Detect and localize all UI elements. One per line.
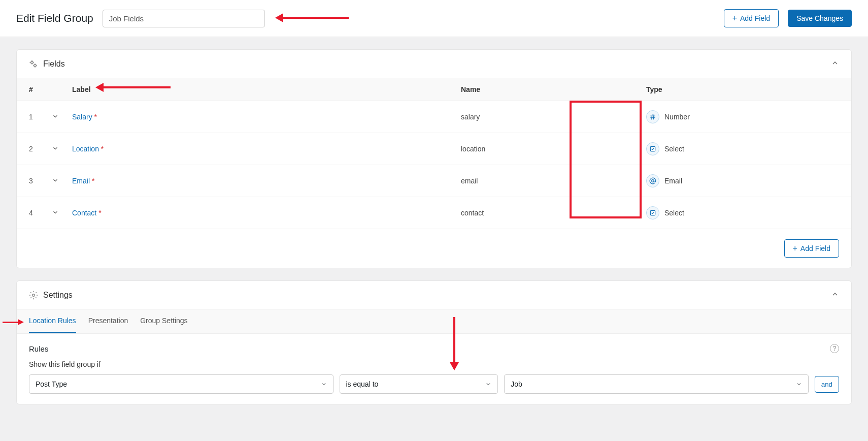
tab-presentation[interactable]: Presentation [88,309,128,333]
add-field-button-bottom[interactable]: + Add Field [784,239,840,258]
field-type-label: Number [664,113,690,121]
add-field-label: Add Field [740,14,770,22]
chevron-up-icon [831,290,839,298]
rule-value-text: Job [511,380,522,388]
field-label-link[interactable]: Email [72,177,90,185]
field-row-number: 1 [29,113,52,121]
col-number-header: # [29,85,52,93]
fields-panel-footer: + Add Field [17,229,851,268]
chevron-up-icon [831,59,839,67]
field-name-cell: email [461,177,646,185]
field-name-cell: contact [461,209,646,217]
field-row-number: 2 [29,145,52,153]
col-type-header: Type [646,85,839,93]
page-header: Edit Field Group + Add Field Save Change… [0,0,868,37]
hash-icon [646,110,659,123]
expand-field-button[interactable] [52,209,72,217]
add-field-label: Add Field [800,244,830,253]
field-row: 1Salary *salaryNumber [17,101,851,133]
required-indicator: * [98,209,101,217]
settings-tabs: Location RulesPresentationGroup Settings [17,309,851,334]
plus-icon: + [732,14,737,23]
field-name-cell: location [461,145,646,153]
help-icon[interactable]: ? [830,344,839,353]
gear-icon [29,291,38,300]
expand-field-button[interactable] [52,145,72,153]
collapse-fields-button[interactable] [831,59,839,69]
rule-operator-value: is equal to [346,380,379,388]
fields-panel-title: Fields [43,59,65,69]
chevron-down-icon [52,145,59,152]
required-indicator: * [92,177,94,185]
svg-rect-8 [650,210,655,215]
field-label-cell: Email * [72,177,461,185]
rules-section: Rules ? Show this field group if Post Ty… [17,334,851,404]
field-label-cell: Salary * [72,113,461,121]
fields-panel: Fields # Label Name Type 1Salary *salary… [16,49,852,268]
field-type-label: Email [664,177,682,185]
col-name-header: Name [461,85,646,93]
and-label: and [821,381,832,388]
settings-panel-header: Settings [17,281,851,309]
field-type-cell: Email [646,174,839,187]
rule-row: Post Type is equal to Job and [29,374,839,394]
collapse-settings-button[interactable] [831,290,839,300]
svg-point-9 [32,294,35,296]
required-indicator: * [101,145,104,153]
add-field-button-top[interactable]: + Add Field [724,9,779,27]
expand-field-button[interactable] [52,113,72,121]
fields-panel-header: Fields [17,50,851,78]
chevron-down-icon [796,381,802,387]
rule-param-value: Post Type [36,380,67,388]
expand-field-button[interactable] [52,177,72,185]
field-type-label: Select [664,209,684,217]
chevron-down-icon [321,381,327,387]
field-row: 3Email *emailEmail [17,165,851,197]
chevron-down-icon [52,113,59,120]
field-type-cell: Select [646,206,839,219]
group-name-input[interactable] [103,10,265,27]
fields-table-header: # Label Name Type [17,78,851,101]
tab-group-settings[interactable]: Group Settings [140,309,187,333]
svg-point-1 [34,64,37,67]
field-type-cell: Number [646,110,839,123]
rule-operator-select[interactable]: is equal to [340,374,498,394]
save-changes-button[interactable]: Save Changes [788,10,852,27]
field-type-cell: Select [646,142,839,155]
page-title: Edit Field Group [16,12,93,24]
save-label: Save Changes [796,14,843,22]
rules-subheading: Show this field group if [29,360,839,368]
rule-and-button[interactable]: and [815,376,839,393]
field-row-number: 4 [29,209,52,217]
field-label-link[interactable]: Contact [72,209,96,217]
field-name-cell: salary [461,113,646,121]
rule-value-select[interactable]: Job [504,374,809,394]
required-indicator: * [94,113,97,121]
svg-rect-6 [650,146,655,151]
svg-point-7 [652,180,654,182]
chevron-down-icon [485,381,491,387]
fields-icon [29,59,38,69]
field-type-label: Select [664,145,684,153]
field-label-link[interactable]: Location [72,145,99,153]
field-row: 4Contact *contactSelect [17,197,851,229]
at-icon [646,174,659,187]
field-label-link[interactable]: Salary [72,113,92,121]
chevron-down-icon [52,209,59,216]
check-square-icon [646,206,659,219]
check-square-icon [646,142,659,155]
plus-icon: + [793,244,797,253]
settings-panel-title: Settings [43,291,73,300]
field-row-number: 3 [29,177,52,185]
rules-heading: Rules [29,344,48,353]
svg-point-0 [31,61,34,64]
field-row: 2Location *locationSelect [17,133,851,165]
field-label-cell: Contact * [72,209,461,217]
col-label-header: Label [72,85,461,93]
svg-line-5 [653,114,654,120]
rule-param-select[interactable]: Post Type [29,374,333,394]
svg-line-4 [652,114,652,120]
field-label-cell: Location * [72,145,461,153]
chevron-down-icon [52,177,59,184]
tab-location-rules[interactable]: Location Rules [29,309,76,333]
